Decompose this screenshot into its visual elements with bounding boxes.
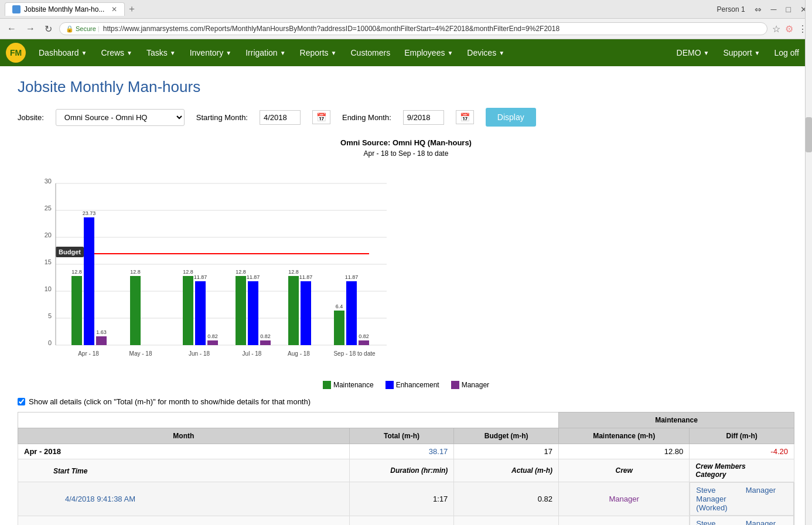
svg-text:11.87: 11.87 <box>345 274 359 280</box>
svg-text:12.8: 12.8 <box>236 269 246 275</box>
demo-chevron: ▼ <box>704 50 709 56</box>
nav-logoff[interactable]: Log off <box>767 39 806 66</box>
page-title: Jobsite Monthly Man-hours <box>18 78 794 96</box>
jobsite-select[interactable]: Omni Source - Omni HQ <box>56 109 185 126</box>
svg-text:11.87: 11.87 <box>194 274 207 280</box>
new-tab-icon[interactable]: ＋ <box>127 3 137 15</box>
nav-inventory[interactable]: Inventory ▼ <box>183 39 239 66</box>
actual-mh-1: 0.82 <box>454 482 559 516</box>
back-button[interactable]: ← <box>5 23 19 34</box>
reload-button[interactable]: ↻ <box>42 23 54 35</box>
lock-icon: 🔒 <box>66 25 74 33</box>
resize-icon: ⇔ <box>755 5 762 14</box>
svg-text:15: 15 <box>45 258 52 265</box>
tasks-chevron: ▼ <box>170 50 176 56</box>
nav-devices[interactable]: Devices ▼ <box>460 39 511 66</box>
svg-rect-24 <box>130 276 141 345</box>
svg-rect-48 <box>346 281 357 345</box>
svg-rect-43 <box>301 281 311 345</box>
svg-text:0: 0 <box>48 339 52 346</box>
total-mh-cell[interactable]: 38.17 <box>349 444 454 459</box>
start-time-1[interactable]: 4/4/2018 9:41:38 AM <box>65 495 135 503</box>
svg-text:0.82: 0.82 <box>359 333 369 339</box>
budget-mh-cell: 17 <box>454 444 559 459</box>
legend-maintenance: Maintenance <box>323 381 374 389</box>
sub-header-row: Start Time Duration (hr:min) Actual (m-h… <box>18 459 794 482</box>
nav-reports[interactable]: Reports ▼ <box>293 39 344 66</box>
nav-demo[interactable]: DEMO ▼ <box>670 39 717 66</box>
legend-manager: Manager <box>451 381 489 389</box>
crew-2: Manager <box>559 516 690 525</box>
forward-button[interactable]: → <box>23 23 37 34</box>
nav-demo-label: DEMO <box>677 48 701 57</box>
svg-text:11.87: 11.87 <box>299 274 313 280</box>
user-label: Person 1 <box>717 5 745 13</box>
crew-members-2: Steve Manager (Worked) Manager <box>690 516 794 525</box>
browser-chrome: Jobsite Monthly Man-ho... ✕ ＋ Person 1 ⇔… <box>0 0 812 39</box>
nav-irrigation[interactable]: Irrigation ▼ <box>238 39 292 66</box>
duration-2: 1:17 <box>349 516 454 525</box>
brand-logo[interactable]: FM <box>6 43 26 63</box>
scrollbar[interactable] <box>805 0 812 525</box>
nav-support-label: Support <box>723 48 752 57</box>
detail-row-1: 4/4/2018 9:41:38 AM 1:17 0.82 Manager St… <box>18 482 794 516</box>
crew-1: Manager <box>559 482 690 516</box>
svg-text:1.63: 1.63 <box>96 329 107 335</box>
col-total-mh: Total (m-h) <box>349 428 454 444</box>
chart-legend: Maintenance Enhancement Manager <box>18 381 794 389</box>
nav-crews-label: Crews <box>101 48 124 57</box>
nav-crews[interactable]: Crews ▼ <box>94 39 139 66</box>
svg-text:Sep - 18 to date: Sep - 18 to date <box>333 350 376 357</box>
ending-month-input[interactable] <box>403 110 444 125</box>
table-row: Apr - 2018 38.17 17 12.80 -4.20 <box>18 444 794 459</box>
actual-mh-2: 0.82 <box>454 516 559 525</box>
legend-maintenance-box <box>323 381 331 389</box>
starting-month-input[interactable] <box>260 110 301 125</box>
diff-mh-cell: -4.20 <box>690 444 794 459</box>
nav-support[interactable]: Support ▼ <box>716 39 767 66</box>
nav-inventory-label: Inventory <box>190 48 224 57</box>
svg-text:6.4: 6.4 <box>336 304 343 309</box>
nav-dashboard[interactable]: Dashboard ▼ <box>32 39 94 66</box>
chart-svg: 0 5 10 15 20 25 30 Budget <box>35 163 398 374</box>
svg-text:12.8: 12.8 <box>183 269 193 275</box>
nav-logoff-label: Log off <box>774 48 799 57</box>
nav-customers[interactable]: Customers <box>344 39 398 66</box>
maximize-icon[interactable]: □ <box>786 5 791 14</box>
display-button[interactable]: Display <box>486 108 536 127</box>
tab-favicon <box>12 5 21 13</box>
ending-month-calendar[interactable]: 📅 <box>456 110 474 124</box>
nav-dashboard-label: Dashboard <box>39 48 79 57</box>
nav-irrigation-label: Irrigation <box>245 48 277 57</box>
svg-text:10: 10 <box>45 285 52 292</box>
browser-titlebar: Jobsite Monthly Man-ho... ✕ ＋ Person 1 ⇔… <box>0 0 812 19</box>
nav-employees[interactable]: Employees ▼ <box>397 39 460 66</box>
address-box[interactable]: 🔒 Secure | https://www.janmarsystems.com… <box>59 22 767 35</box>
support-chevron: ▼ <box>755 50 760 56</box>
star-icon[interactable]: ☆ <box>772 23 780 35</box>
minimize-icon[interactable]: ─ <box>771 5 777 14</box>
svg-text:Budget: Budget <box>59 248 81 255</box>
extension-icon[interactable]: ⚙ <box>785 23 793 35</box>
svg-text:Jul - 18: Jul - 18 <box>243 350 262 357</box>
scrollbar-thumb[interactable] <box>806 117 812 152</box>
svg-text:30: 30 <box>45 178 52 185</box>
show-details-checkbox[interactable] <box>18 398 25 405</box>
starting-month-calendar[interactable]: 📅 <box>312 110 330 124</box>
svg-rect-27 <box>183 276 193 345</box>
svg-text:23.73: 23.73 <box>83 210 96 216</box>
tab-close-icon[interactable]: ✕ <box>111 5 117 13</box>
nav-employees-label: Employees <box>404 48 445 57</box>
starting-month-label: Starting Month: <box>196 113 248 122</box>
svg-rect-34 <box>236 276 246 345</box>
show-details-label: Show all details (click on "Total (m-h)"… <box>29 397 311 406</box>
svg-text:May - 18: May - 18 <box>129 350 152 357</box>
svg-rect-29 <box>195 281 206 345</box>
sub-col-crew-members: Crew Members Category <box>690 459 794 482</box>
col-maintenance-mh: Maintenance (m-h) <box>559 428 690 444</box>
nav-tasks[interactable]: Tasks ▼ <box>139 39 183 66</box>
browser-tab[interactable]: Jobsite Monthly Man-ho... ✕ <box>5 2 125 16</box>
irrigation-chevron: ▼ <box>280 50 286 56</box>
devices-chevron: ▼ <box>499 50 504 56</box>
nav-customers-label: Customers <box>351 48 391 57</box>
